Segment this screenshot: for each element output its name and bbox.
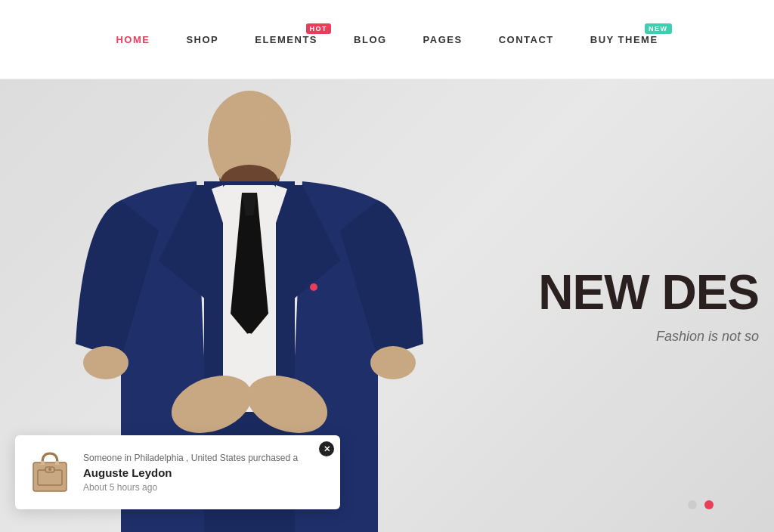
svg-point-12: [310, 283, 317, 291]
nav-pages[interactable]: PAGES: [423, 34, 463, 45]
svg-rect-17: [41, 461, 45, 465]
svg-point-11: [246, 352, 252, 358]
nav-buy-theme[interactable]: BUY THEME New: [590, 34, 658, 45]
navbar: HOME SHOP ELEMENTS HOT BLOG PAGES CONTAC…: [0, 0, 774, 79]
slider-dot-2[interactable]: [704, 500, 714, 509]
nav-home[interactable]: HOME: [116, 34, 150, 45]
hero-subtitle: Fashion is not so: [538, 328, 759, 344]
notification-text: Someone in Philadelphia , United States …: [83, 453, 328, 463]
bag-icon: [27, 446, 73, 499]
nav-contact[interactable]: CONTACT: [499, 34, 554, 45]
notification-time: About 5 hours ago: [83, 482, 328, 493]
svg-point-7: [370, 346, 416, 379]
new-badge: New: [645, 23, 672, 34]
slider-dot-1[interactable]: [688, 500, 697, 509]
notification-close-button[interactable]: ✕: [319, 441, 334, 456]
svg-point-6: [83, 346, 128, 379]
svg-rect-18: [55, 461, 59, 465]
nav-blog[interactable]: BLOG: [354, 34, 387, 45]
svg-point-10: [246, 333, 252, 339]
slider-dots: [688, 500, 714, 509]
hot-badge: HOT: [306, 23, 332, 34]
purchase-notification: Someone in Philadelphia , United States …: [15, 435, 340, 509]
svg-point-16: [48, 468, 51, 471]
hero-section: NEW DES Fashion is not so: [0, 79, 774, 532]
hero-title: NEW DES: [538, 268, 759, 316]
notification-product-name: Auguste Leydon: [83, 466, 328, 479]
nav-shop[interactable]: SHOP: [186, 34, 218, 45]
hero-text-block: NEW DES Fashion is not so: [538, 268, 759, 344]
notification-content: Someone in Philadelphia , United States …: [83, 453, 328, 493]
nav-elements[interactable]: ELEMENTS HOT: [255, 34, 317, 45]
